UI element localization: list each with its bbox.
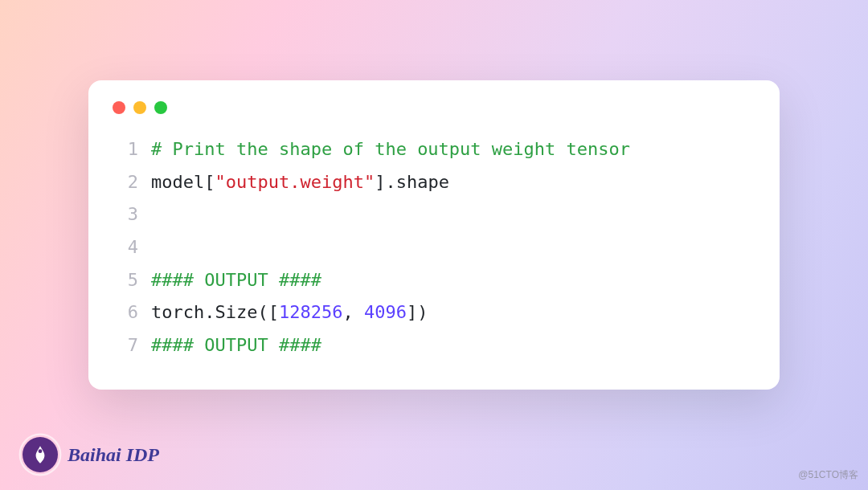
code-token: #### OUTPUT #### [151,270,321,290]
code-content: #### OUTPUT #### [151,329,321,362]
code-token: ]) [407,302,428,322]
code-content: #### OUTPUT #### [151,264,321,297]
brand-logo-icon [23,437,58,472]
code-content: # Print the shape of the output weight t… [151,133,630,166]
line-number: 4 [113,231,138,264]
code-token: ].shape [375,172,449,192]
code-token: # Print the shape of the output weight t… [151,139,630,159]
line-number: 2 [113,166,138,199]
brand-name: Baihai IDP [68,444,159,466]
code-token [151,204,162,224]
traffic-lights [113,101,755,114]
code-line: 2model["output.weight"].shape [113,166,755,199]
code-token: 4096 [364,302,407,322]
window-minimize-icon [133,101,146,114]
svg-point-0 [39,449,43,453]
code-line: 3 [113,198,755,231]
code-content [151,231,162,264]
code-content: torch.Size([128256, 4096]) [151,296,428,329]
code-token: model[ [151,172,215,192]
code-content: model["output.weight"].shape [151,166,449,199]
window-close-icon [113,101,125,114]
line-number: 7 [113,329,138,362]
code-token: #### OUTPUT #### [151,335,321,355]
code-token: "output.weight" [215,172,375,192]
code-line: 4 [113,231,755,264]
code-card: 1# Print the shape of the output weight … [88,80,780,390]
code-token: 128256 [279,302,342,322]
line-number: 6 [113,296,138,329]
code-line: 6torch.Size([128256, 4096]) [113,296,755,329]
window-zoom-icon [154,101,167,114]
code-line: 1# Print the shape of the output weight … [113,133,755,166]
code-token: , [342,302,364,322]
code-line: 5#### OUTPUT #### [113,264,755,297]
line-number: 1 [113,133,138,166]
line-number: 3 [113,198,138,231]
code-area: 1# Print the shape of the output weight … [113,133,755,362]
brand-block: Baihai IDP [23,437,159,472]
code-content [151,198,162,231]
code-line: 7#### OUTPUT #### [113,329,755,362]
line-number: 5 [113,264,138,297]
watermark-text: @51CTO博客 [798,468,858,482]
code-token [151,237,162,257]
code-token: torch.Size([ [151,302,279,322]
